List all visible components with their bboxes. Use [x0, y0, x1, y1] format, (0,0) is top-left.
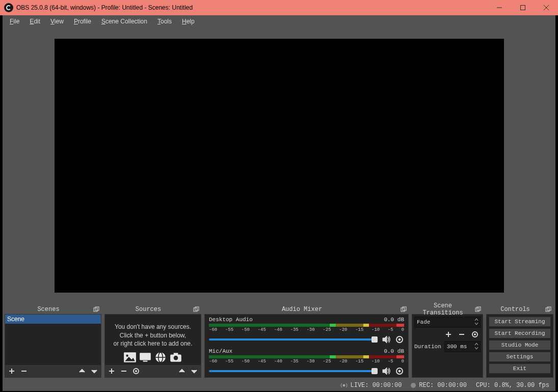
sources-toolbar	[105, 365, 201, 377]
status-live: LIVE: 00:00:00	[340, 382, 402, 389]
svg-point-34	[398, 370, 401, 372]
remove-scene-button[interactable]	[19, 367, 29, 376]
svg-point-44	[343, 384, 345, 386]
start-recording-button[interactable]: Start Recording	[489, 328, 551, 338]
dock-controls: Controls Start Streaming Start Recording…	[486, 305, 553, 378]
svg-marker-29	[383, 336, 387, 343]
speaker-icon[interactable]	[382, 367, 391, 376]
add-transition-button[interactable]	[444, 330, 453, 339]
transition-select[interactable]: Fade	[414, 317, 481, 328]
dock-scenes-body: Scene	[5, 315, 101, 378]
dock-sources-body[interactable]: You don't have any sources. Click the + …	[104, 315, 201, 378]
status-rec: REC: 00:00:00	[411, 382, 467, 389]
start-streaming-button[interactable]: Start Streaming	[489, 317, 551, 327]
menu-file[interactable]: File	[5, 17, 24, 26]
dock-controls-body: Start Streaming Start Recording Studio M…	[486, 315, 553, 378]
close-button[interactable]	[535, 0, 558, 15]
chevron-down-icon[interactable]	[474, 346, 479, 350]
dock-scenes: Scenes Scene	[5, 305, 101, 378]
source-properties-button[interactable]	[131, 367, 141, 376]
mixer-channel: Mic/Aux 0.0 dB	[209, 348, 404, 376]
preview-area	[3, 28, 555, 305]
duration-input[interactable]: 300 ms	[444, 341, 481, 352]
menu-view[interactable]: View	[45, 17, 69, 26]
chevron-down-icon[interactable]	[474, 322, 479, 326]
gear-icon[interactable]	[395, 367, 404, 376]
docks-row: Scenes Scene Sources	[3, 305, 555, 380]
svg-point-21	[174, 356, 178, 360]
popout-icon[interactable]	[474, 305, 482, 313]
mixer-meter	[209, 355, 404, 358]
gear-icon[interactable]	[395, 335, 404, 344]
dock-trans-body: Fade Duration 300 ms	[412, 315, 483, 378]
app-frame: File Edit View Profile Scene Collection …	[3, 15, 555, 391]
dock-mixer-body: Desktop Audio 0.0 dB	[204, 315, 409, 378]
svg-point-26	[136, 371, 137, 372]
mixer-channel: Desktop Audio 0.0 dB	[209, 317, 404, 344]
popout-icon[interactable]	[400, 305, 408, 313]
remove-transition-button[interactable]	[457, 330, 466, 339]
source-down-button[interactable]	[190, 367, 199, 376]
dock-sources: Sources You don't have any sources. Clic…	[104, 305, 201, 378]
svg-rect-15	[143, 361, 148, 362]
menu-scene-collection[interactable]: Scene Collection	[96, 17, 152, 26]
dock-scenes-title: Scenes	[5, 306, 92, 313]
dock-sources-title: Sources	[104, 306, 192, 313]
transition-properties-button[interactable]	[470, 330, 480, 339]
add-source-button[interactable]	[107, 367, 116, 376]
menu-tools[interactable]: Tools	[152, 17, 177, 26]
add-scene-button[interactable]	[7, 367, 16, 376]
mixer-channel-db: 0.0 dB	[384, 348, 404, 354]
dock-audio-mixer: Audio Mixer Desktop Audio 0.0 dB	[204, 305, 409, 378]
window-buttons	[488, 0, 558, 15]
mixer-channel-name: Mic/Aux	[209, 348, 232, 354]
mixer-volume-slider[interactable]	[209, 338, 378, 341]
scene-down-button[interactable]	[90, 367, 99, 376]
popout-icon[interactable]	[544, 305, 552, 313]
sources-empty-message: You don't have any sources. Click the + …	[105, 315, 201, 365]
studio-mode-button[interactable]: Studio Mode	[489, 340, 551, 350]
preview-canvas[interactable]	[55, 39, 504, 293]
popout-icon[interactable]	[92, 305, 100, 313]
status-cpu: CPU: 0.8%, 30.00 fps	[476, 382, 549, 389]
record-dot-icon	[411, 383, 416, 388]
dock-controls-header: Controls	[486, 305, 553, 315]
menu-bar: File Edit View Profile Scene Collection …	[3, 15, 555, 28]
dock-trans-header: Scene Transitions	[412, 305, 483, 315]
svg-rect-1	[521, 6, 525, 10]
sources-type-icons	[123, 352, 182, 363]
chevron-up-icon[interactable]	[474, 342, 479, 346]
broadcast-icon	[340, 382, 348, 389]
exit-button[interactable]: Exit	[489, 363, 551, 374]
browser-source-icon	[154, 352, 167, 363]
display-source-icon	[139, 352, 152, 363]
menu-profile[interactable]: Profile	[69, 17, 96, 26]
scene-item[interactable]: Scene	[5, 315, 101, 324]
svg-rect-20	[174, 353, 178, 355]
mixer-channel-name: Desktop Audio	[209, 317, 253, 323]
svg-point-31	[398, 338, 401, 341]
mixer-volume-slider[interactable]	[209, 370, 378, 372]
menu-edit[interactable]: Edit	[24, 17, 45, 26]
status-bar: LIVE: 00:00:00 REC: 00:00:00 CPU: 0.8%, …	[3, 380, 555, 391]
minimize-button[interactable]	[488, 0, 511, 15]
scenes-toolbar	[5, 365, 101, 377]
duration-label: Duration	[414, 344, 441, 350]
image-source-icon	[123, 352, 137, 363]
chevron-up-icon[interactable]	[474, 318, 479, 322]
svg-rect-14	[140, 353, 151, 360]
title-bar: OBS 25.0.8 (64-bit, windows) - Profile: …	[0, 0, 558, 15]
remove-source-button[interactable]	[119, 367, 128, 376]
speaker-icon[interactable]	[382, 335, 391, 344]
svg-point-12	[126, 355, 128, 357]
source-up-button[interactable]	[177, 367, 187, 376]
obs-logo-icon	[4, 3, 13, 12]
mixer-meter	[209, 324, 404, 327]
maximize-button[interactable]	[511, 0, 535, 15]
menu-help[interactable]: Help	[177, 17, 200, 26]
popout-icon[interactable]	[192, 305, 200, 313]
svg-point-41	[474, 334, 476, 335]
dock-trans-title: Scene Transitions	[412, 302, 474, 317]
scene-up-button[interactable]	[77, 367, 87, 376]
settings-button[interactable]: Settings	[489, 352, 551, 362]
